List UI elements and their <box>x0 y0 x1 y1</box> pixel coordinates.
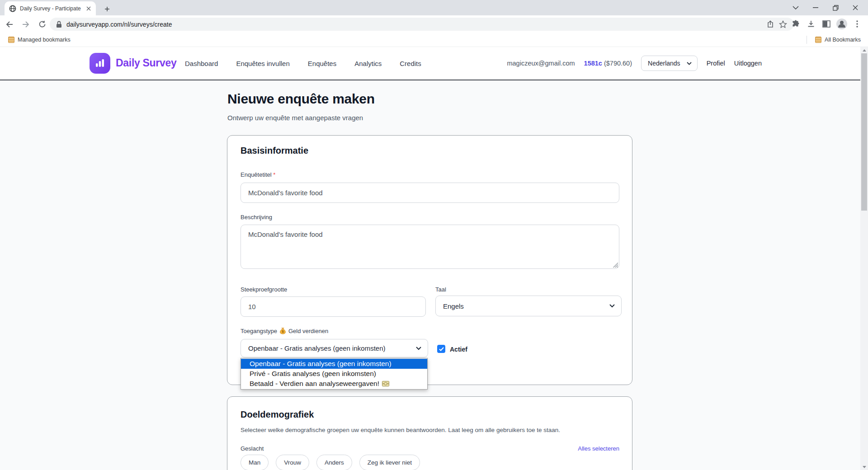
demographics-subtitle: Selecteer welke demografische groepen uw… <box>241 427 560 433</box>
nav-credits[interactable]: Credits <box>400 60 421 67</box>
survey-language-value: Engels <box>443 302 464 310</box>
scrollbar-thumb[interactable] <box>861 53 867 211</box>
nav-enquetes[interactable]: Enquêtes <box>308 60 336 67</box>
access-type-select[interactable]: Openbaar - Gratis analyses (geen inkomst… <box>241 339 428 357</box>
lock-icon[interactable] <box>56 21 62 28</box>
window-close-button[interactable] <box>845 0 865 15</box>
profile-avatar-icon[interactable] <box>835 18 848 30</box>
chevron-down-icon <box>416 347 421 350</box>
page-scrollbar <box>860 47 868 470</box>
access-type-dropdown: Openbaar - Gratis analyses (geen inkomst… <box>241 358 428 390</box>
brand-name[interactable]: Daily Survey <box>116 57 176 69</box>
access-type-label: Toegangstype $ Geld verdienen <box>241 327 328 334</box>
basic-info-heading: Basisinformatie <box>241 146 308 156</box>
basic-info-card: Basisinformatie Enquêtetitel * Beschrijv… <box>227 135 632 385</box>
dropdown-option-prive[interactable]: Privé - Gratis analyses (geen inkomsten) <box>241 369 427 379</box>
bookmarks-bar: Managed bookmarks All Bookmarks <box>0 33 868 47</box>
bookmarks-separator <box>807 36 807 44</box>
managed-bookmarks-label: Managed bookmarks <box>18 37 71 43</box>
access-type-value: Openbaar - Gratis analyses (geen inkomst… <box>248 344 385 352</box>
window-restore-button[interactable] <box>826 0 845 15</box>
banknote-icon <box>382 381 389 386</box>
dropdown-option-betaald[interactable]: Betaald - Verdien aan analyseweergaven! <box>241 379 427 389</box>
browser-tab-bar: Daily Survey - Participate & Earn <box>0 0 868 15</box>
credits-amount: 1581c <box>584 60 602 67</box>
survey-title-input[interactable] <box>241 183 619 203</box>
credits-balance: ($790.60) <box>604 60 632 67</box>
language-value: Nederlands <box>648 60 680 67</box>
logout-link[interactable]: Uitloggen <box>734 60 762 67</box>
account-credits: 1581c ($790.60) <box>584 60 632 67</box>
language-select[interactable]: Nederlands <box>641 56 698 71</box>
scrollbar-down-arrow[interactable] <box>860 464 868 470</box>
tab-title: Daily Survey - Participate & Earn <box>20 5 81 12</box>
browser-tab[interactable]: Daily Survey - Participate & Earn <box>5 1 96 15</box>
share-icon[interactable] <box>764 18 777 31</box>
browser-url-bar: dailysurveyapp.com/nl/surveys/create <box>0 15 868 33</box>
sample-size-label: Steekproefgrootte <box>241 286 287 293</box>
gender-chips: Man Vrouw Anders Zeg ik liever niet <box>241 455 420 470</box>
money-bag-icon: $ <box>279 327 286 334</box>
main-nav: Dashboard Enquêtes invullen Enquêtes Ana… <box>185 47 421 80</box>
app-header: Daily Survey Dashboard Enquêtes invullen… <box>0 47 860 80</box>
page-content: Nieuwe enquête maken Ontwerp uw enquête … <box>0 81 860 470</box>
reload-button[interactable] <box>35 18 49 31</box>
language-label: Taal <box>435 286 446 293</box>
description-label: Beschrijving <box>241 214 272 221</box>
browser-menu-icon[interactable] <box>851 18 863 30</box>
bookmark-star-icon[interactable] <box>777 18 789 31</box>
forward-button[interactable] <box>19 18 33 31</box>
window-minimize-button[interactable] <box>806 0 826 15</box>
window-chevron-icon[interactable] <box>786 0 806 15</box>
dropdown-option-openbaar[interactable]: Openbaar - Gratis analyses (geen inkomst… <box>241 359 427 369</box>
page-subtitle: Ontwerp uw enquête met aangepaste vragen <box>227 114 363 122</box>
gender-label: Geslacht <box>241 445 264 452</box>
url-text: dailysurveyapp.com/nl/surveys/create <box>66 21 764 28</box>
check-icon <box>439 347 444 351</box>
nav-dashboard[interactable]: Dashboard <box>185 60 218 67</box>
all-bookmarks-icon <box>815 37 821 43</box>
demographics-heading: Doeldemografiek <box>241 409 314 420</box>
nav-enquetes-invullen[interactable]: Enquêtes invullen <box>236 60 289 67</box>
description-textarea[interactable]: McDonald's favorite food <box>241 225 619 269</box>
managed-bookmarks-icon <box>8 37 14 43</box>
new-tab-button[interactable] <box>101 3 113 15</box>
managed-bookmarks-item[interactable]: Managed bookmarks <box>5 35 74 44</box>
chevron-down-icon <box>687 62 692 65</box>
scrollbar-up-arrow[interactable] <box>860 47 868 53</box>
active-checkbox[interactable] <box>437 345 445 353</box>
app-logo[interactable] <box>90 53 110 74</box>
all-bookmarks-label: All Bookmarks <box>825 37 861 43</box>
all-bookmarks-item[interactable]: All Bookmarks <box>811 35 864 44</box>
chip-anders[interactable]: Anders <box>316 455 352 470</box>
back-button[interactable] <box>3 18 16 31</box>
downloads-icon[interactable] <box>805 18 817 30</box>
chevron-down-icon <box>609 304 615 308</box>
page-title: Nieuwe enquête maken <box>227 91 375 107</box>
nav-analytics[interactable]: Analytics <box>354 60 382 67</box>
side-panel-icon[interactable] <box>820 18 833 30</box>
sample-size-input[interactable] <box>241 296 426 317</box>
extensions-puzzle-icon[interactable] <box>789 18 802 30</box>
survey-title-label: Enquêtetitel * <box>241 171 275 178</box>
survey-language-select[interactable]: Engels <box>435 296 622 316</box>
globe-favicon-icon <box>9 5 16 12</box>
url-input[interactable]: dailysurveyapp.com/nl/surveys/create <box>50 18 794 31</box>
chip-vrouw[interactable]: Vrouw <box>276 455 309 470</box>
tab-close-icon[interactable] <box>85 5 92 12</box>
required-mark: * <box>273 171 275 178</box>
chip-man[interactable]: Man <box>241 455 269 470</box>
profile-link[interactable]: Profiel <box>707 60 725 67</box>
demographics-card: Doeldemografiek Selecteer welke demograf… <box>227 396 632 470</box>
account-email: magiczeux@gmail.com <box>507 60 575 67</box>
active-label: Actief <box>450 346 467 353</box>
bar-chart-icon <box>94 58 105 68</box>
chip-zeg-ik-liever-niet[interactable]: Zeg ik liever niet <box>359 455 420 470</box>
select-all-link[interactable]: Alles selecteren <box>578 445 619 452</box>
